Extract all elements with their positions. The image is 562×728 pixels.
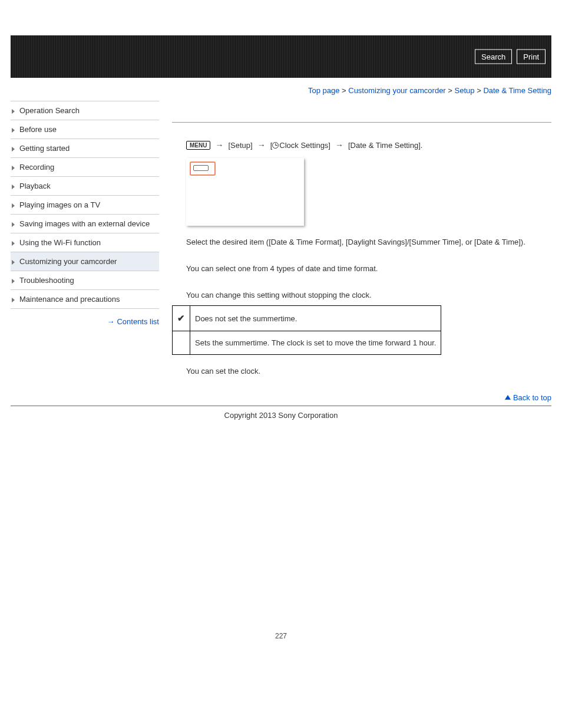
- table-cell-empty: [173, 331, 190, 355]
- page-number: 227: [11, 632, 551, 640]
- breadcrumb: Top page > Customizing your camcorder > …: [11, 86, 551, 95]
- print-button[interactable]: Print: [517, 50, 546, 64]
- sidebar-item-playing-tv[interactable]: Playing images on a TV: [11, 196, 159, 215]
- format-description: You can select one from 4 types of date …: [186, 264, 551, 273]
- footer-divider: [11, 406, 551, 406]
- sidebar-item-playback[interactable]: Playback: [11, 177, 159, 196]
- table-cell: Sets the summertime. The clock is set to…: [190, 331, 441, 355]
- menu-icon: MENU: [186, 141, 210, 150]
- chevron-right-icon: [12, 241, 15, 246]
- sidebar-item-recording[interactable]: Recording: [11, 158, 159, 177]
- breadcrumb-setup[interactable]: Setup: [455, 86, 475, 95]
- triangle-up-icon: [505, 395, 511, 400]
- path-date-time: [Date & Time Setting].: [348, 141, 422, 150]
- chevron-right-icon: [12, 260, 15, 265]
- clock-icon: [272, 142, 279, 149]
- breadcrumb-top[interactable]: Top page: [308, 86, 340, 95]
- sidebar-item-label: Maintenance and precautions: [19, 295, 120, 304]
- breadcrumb-customizing[interactable]: Customizing your camcorder: [348, 86, 445, 95]
- table-row: ✔ Does not set the summertime.: [173, 306, 441, 331]
- divider: [172, 122, 551, 123]
- sidebar-item-saving-external[interactable]: Saving images with an external device: [11, 215, 159, 233]
- sidebar: Operation Search Before use Getting star…: [11, 101, 159, 326]
- arrow-right-icon: →: [257, 140, 266, 150]
- sidebar-item-label: Playback: [19, 182, 51, 190]
- sidebar-item-label: Troubleshooting: [19, 276, 74, 285]
- chevron-right-icon: [12, 166, 15, 170]
- sidebar-item-getting-started[interactable]: Getting started: [11, 139, 159, 158]
- chevron-right-icon: [12, 298, 15, 302]
- arrow-right-icon: →: [107, 317, 114, 326]
- path-setup: [Setup]: [228, 141, 252, 150]
- search-button[interactable]: Search: [475, 50, 512, 64]
- sidebar-item-label: Playing images on a TV: [19, 200, 100, 209]
- chevron-right-icon: [12, 279, 15, 284]
- back-to-top-link[interactable]: Back to top: [505, 393, 551, 402]
- chevron-right-icon: [12, 185, 15, 189]
- sidebar-item-label: Getting started: [19, 144, 70, 153]
- table-row: Sets the summertime. The clock is set to…: [173, 331, 441, 355]
- copyright-text: Copyright 2013 Sony Corporation: [11, 411, 551, 420]
- clock-description: You can set the clock.: [186, 367, 551, 375]
- summertime-table: ✔ Does not set the summertime. Sets the …: [172, 305, 441, 355]
- breadcrumb-current[interactable]: Date & Time Setting: [483, 86, 551, 95]
- main-content: MENU → [Setup] → [Clock Settings] → [Dat…: [172, 101, 551, 406]
- sidebar-item-label: Recording: [19, 163, 54, 172]
- chevron-right-icon: [12, 147, 15, 151]
- chevron-right-icon: [12, 128, 15, 133]
- sidebar-item-label: Operation Search: [19, 106, 80, 115]
- sidebar-item-label: Using the Wi-Fi function: [19, 238, 101, 247]
- sidebar-item-maintenance[interactable]: Maintenance and precautions: [11, 290, 159, 309]
- arrow-right-icon: →: [335, 140, 343, 150]
- summer-time-intro: You can change this setting without stop…: [186, 291, 551, 299]
- navigation-path: MENU → [Setup] → [Clock Settings] → [Dat…: [172, 140, 551, 150]
- sidebar-item-label: Customizing your camcorder: [19, 257, 117, 266]
- check-icon: ✔: [173, 306, 190, 331]
- sidebar-item-before-use[interactable]: Before use: [11, 120, 159, 139]
- path-clock-settings: [Clock Settings]: [270, 141, 330, 150]
- sidebar-item-label: Before use: [19, 125, 57, 134]
- table-cell: Does not set the summertime.: [190, 306, 441, 331]
- chevron-right-icon: [12, 203, 15, 208]
- chevron-right-icon: [12, 109, 15, 114]
- contents-list-link[interactable]: →Contents list: [107, 317, 159, 326]
- sidebar-item-customizing[interactable]: Customizing your camcorder: [11, 252, 159, 271]
- chevron-right-icon: [12, 222, 15, 227]
- back-to-top-label: Back to top: [513, 393, 551, 402]
- instruction-text: Select the desired item ([Date & Time Fo…: [186, 238, 551, 246]
- contents-list-label: Contents list: [117, 317, 159, 326]
- sidebar-item-operation-search[interactable]: Operation Search: [11, 101, 159, 120]
- screen-illustration: [186, 158, 304, 226]
- sidebar-item-label: Saving images with an external device: [19, 219, 150, 228]
- sidebar-item-wifi[interactable]: Using the Wi-Fi function: [11, 233, 159, 252]
- page-header: Search Print: [11, 35, 551, 78]
- arrow-right-icon: →: [215, 140, 223, 150]
- sidebar-item-troubleshooting[interactable]: Troubleshooting: [11, 271, 159, 290]
